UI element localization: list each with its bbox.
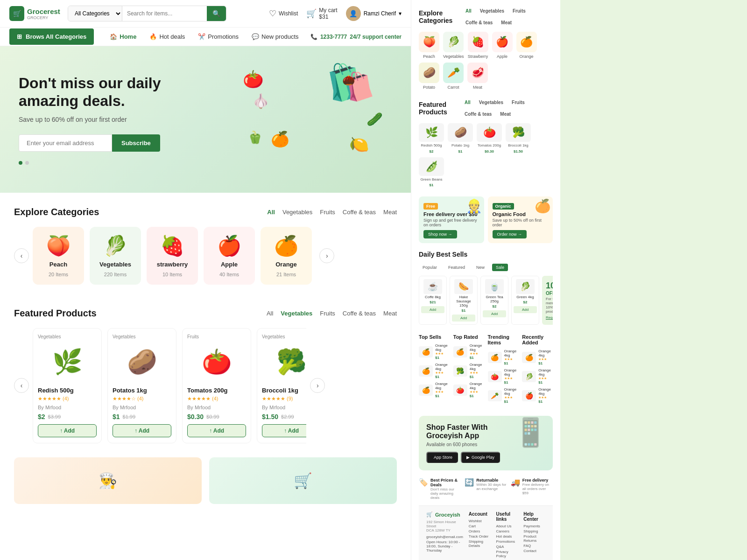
sb-feat-all[interactable]: All: [463, 99, 472, 106]
footer-link-payments[interactable]: Payments: [523, 524, 545, 528]
sb-cat-carrot[interactable]: 🥕 Carrot: [443, 63, 464, 90]
products-next-button[interactable]: ›: [310, 378, 325, 393]
trending-2[interactable]: 🍅Orange 4kg★★★$1: [488, 368, 519, 385]
google-play-button[interactable]: ▶ Google Play: [461, 452, 500, 463]
daily-coffe-add[interactable]: Add: [421, 306, 444, 313]
footer-link-promotions[interactable]: Promotions: [496, 539, 518, 544]
product-radish-add-button[interactable]: ↑ Add: [38, 424, 97, 437]
hero-dot-1[interactable]: [19, 161, 22, 165]
sb-filter-veg[interactable]: Vegetables: [478, 7, 506, 14]
footer-link-about[interactable]: About Us: [496, 524, 518, 528]
product-potato-add-button[interactable]: ↑ Add: [113, 424, 171, 437]
footer-link-ship[interactable]: Shipping: [523, 529, 545, 533]
trending-1[interactable]: 🍊Orange 4kg★★★$1: [488, 349, 519, 365]
footer-link-contact[interactable]: Contact: [523, 549, 545, 553]
category-strawberry[interactable]: 🍓 strawberry 10 Items: [147, 227, 198, 285]
filter-all[interactable]: All: [267, 208, 275, 217]
footer-link-qa[interactable]: Q&A: [496, 545, 518, 549]
browse-all-button[interactable]: ⊞ Brows All Categories: [9, 28, 94, 45]
sb-prod-greenbeans[interactable]: 🫛 Green Beans $1: [419, 157, 444, 188]
footer-link-cart[interactable]: Cart: [469, 524, 491, 528]
product-broccoli-add-button[interactable]: ↑ Add: [262, 424, 306, 437]
filter-meat[interactable]: Meat: [383, 208, 397, 217]
product-filter-vegetables[interactable]: Vegetables: [281, 309, 312, 318]
top-rated-1[interactable]: 🍊Orange 4kg★★★$1: [453, 343, 484, 360]
footer-link-hotdeals[interactable]: Hot deals: [496, 534, 518, 539]
nav-hot-deals[interactable]: 🔥 Hot deals: [143, 28, 191, 46]
filter-coffee-teas[interactable]: Coffe & teas: [343, 208, 376, 217]
daily-tab-new[interactable]: New: [472, 264, 488, 271]
category-vegetables[interactable]: 🥬 Vegetables 220 Items: [90, 227, 141, 285]
teaser-right[interactable]: 🛒: [209, 457, 397, 504]
top-rated-3[interactable]: 🍅Orange 4kg★★★$1: [453, 382, 484, 398]
daily-sausage-add[interactable]: Add: [452, 315, 475, 322]
categories-prev-button[interactable]: ‹: [14, 248, 29, 263]
sb-cat-veg[interactable]: 🥬 Vegetables: [443, 32, 464, 59]
top-sell-1[interactable]: 🍊Orange 4kg★★★$1: [419, 343, 450, 360]
sb-feat-meat[interactable]: Meat: [498, 111, 513, 118]
filter-fruits[interactable]: Fruits: [320, 208, 335, 217]
user-menu[interactable]: 👤 Ramzi Cherif ▾: [346, 6, 402, 21]
footer-link-orders[interactable]: Orders: [469, 529, 491, 533]
category-select[interactable]: All Categories: [68, 6, 122, 21]
recent-2[interactable]: 🥬Orange 4kg★★★$1: [522, 368, 553, 385]
daily-coffe[interactable]: ☕ Coffe 8kg $21 Add: [419, 276, 447, 325]
category-orange[interactable]: 🍊 Orange 21 Items: [261, 227, 312, 285]
daily-sausage[interactable]: 🌭 Hake Sausage 150g $1 Add: [450, 276, 478, 325]
products-prev-button[interactable]: ‹: [14, 378, 29, 393]
apple-store-button[interactable]: App Store: [426, 452, 458, 463]
sb-prod-broccoli[interactable]: 🥦 Broccoli 1kg $1.50: [506, 123, 531, 154]
search-button[interactable]: 🔍: [207, 6, 226, 21]
product-broccoli[interactable]: Vegetables 🥦 Broccoli 1kg ★★★★★ (9) By M…: [257, 328, 306, 443]
footer-link-returns[interactable]: Product Returns: [523, 534, 545, 543]
daily-tab-featured[interactable]: Featured: [444, 264, 469, 271]
footer-link-wishlist[interactable]: Wishlist: [469, 519, 491, 523]
sb-cat-strawberry[interactable]: 🍓 Strawberry: [468, 32, 488, 59]
sb-filter-all[interactable]: All: [464, 7, 473, 14]
sb-feat-coffee[interactable]: Coffe & teas: [463, 111, 493, 118]
hero-dot-2[interactable]: [25, 161, 29, 165]
product-filter-all[interactable]: All: [267, 309, 273, 318]
footer-link-careers[interactable]: Careers: [496, 529, 518, 533]
sb-cat-peach[interactable]: 🍑 Peach: [419, 32, 439, 59]
search-input[interactable]: [122, 7, 207, 21]
product-radish[interactable]: Vegetables 🌿 Redish 500g ★★★★★ (4) By Mr…: [33, 328, 102, 443]
product-filter-coffee[interactable]: Coffe & teas: [343, 309, 376, 318]
daily-green4kg[interactable]: 🥬 Green 4kg $2 Add: [511, 276, 539, 325]
daily-greentea-add[interactable]: Add: [483, 310, 506, 317]
nav-new-products[interactable]: 💬 New products: [245, 28, 305, 46]
recent-3[interactable]: 🍎Orange 4kg★★★$1: [522, 387, 553, 404]
sb-prod-tomato[interactable]: 🍅 Tomatos 200g $0.30: [477, 123, 502, 154]
sb-filter-coffee[interactable]: Coffe & teas: [464, 19, 494, 26]
sb-filter-fruits[interactable]: Fruits: [511, 7, 528, 14]
category-peach[interactable]: 🍑 Peach 20 Items: [33, 227, 84, 285]
nav-promotions[interactable]: ✂️ Promotions: [191, 28, 245, 46]
nav-home[interactable]: 🏠 Home: [103, 28, 143, 46]
sb-cat-apple[interactable]: 🍎 Apple: [492, 32, 513, 59]
teaser-left[interactable]: 👨‍🍳: [14, 457, 202, 504]
daily-tab-popular[interactable]: Popular: [419, 264, 441, 271]
wishlist-button[interactable]: ♡ Wishlist: [269, 8, 298, 19]
cart-button[interactable]: 🛒 My cart $31: [306, 7, 337, 20]
sb-filter-meat[interactable]: Meat: [499, 19, 514, 26]
filter-vegetables[interactable]: Vegetables: [282, 208, 312, 217]
category-apple[interactable]: 🍎 Apple 40 Items: [204, 227, 255, 285]
logo[interactable]: 🛒 Grocerest GROCERY: [9, 6, 60, 21]
product-filter-meat[interactable]: Meat: [383, 309, 397, 318]
sb-feat-fruits[interactable]: Fruits: [510, 99, 527, 106]
hero-email-input[interactable]: [19, 134, 112, 152]
recent-1[interactable]: 🍊Orange 4kg★★★$1: [522, 349, 553, 365]
product-filter-fruits[interactable]: Fruits: [320, 309, 335, 318]
sb-prod-radish[interactable]: 🌿 Redish 500g $2: [419, 123, 444, 154]
daily-greentea[interactable]: 🍵 Green Tea 250g $2 Add: [480, 276, 508, 325]
subscribe-button[interactable]: Subscribe: [112, 134, 160, 152]
daily-tab-sale[interactable]: Sale: [492, 264, 508, 271]
discount-register-link[interactable]: Register Now: [546, 315, 553, 320]
footer-link-track[interactable]: Track Order: [469, 534, 491, 539]
footer-link-privacy[interactable]: Privacy Policy: [496, 550, 518, 558]
sb-cat-potato[interactable]: 🥔 Potato: [419, 63, 439, 90]
top-sell-3[interactable]: 🍊Orange 4kg★★★$1: [419, 382, 450, 398]
sb-cat-orange[interactable]: 🍊 Orange: [516, 32, 537, 59]
categories-next-button[interactable]: ›: [319, 248, 334, 263]
daily-green4kg-add[interactable]: Add: [514, 306, 537, 313]
